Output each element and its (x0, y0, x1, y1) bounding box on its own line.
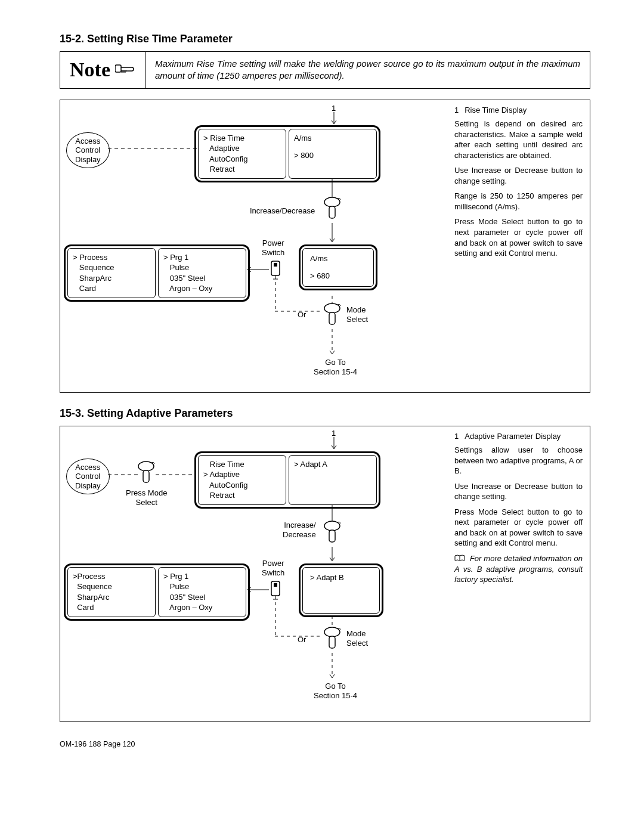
display-panel-1: > Rise Time Adaptive AutoConfig Retract … (194, 125, 380, 182)
display-panel-3: > Adapt B (299, 563, 383, 617)
callout-number: 1 (332, 104, 336, 113)
svg-rect-8 (274, 263, 277, 267)
note-text: Maximum Rise Time setting will make the … (145, 52, 590, 88)
svg-rect-5 (329, 206, 335, 218)
panel1-right: > Adapt A (289, 455, 377, 505)
knob-inc-dec-icon (323, 197, 342, 225)
access-control-display-oval: Access Control Display (66, 459, 110, 495)
svg-point-18 (138, 462, 154, 471)
or-label: Or (298, 635, 306, 645)
panel1-left: Rise Time > Adaptive AutoConfig Retract (198, 455, 286, 505)
knob-mode-select-icon (323, 303, 342, 331)
diagram-152: 1 Access Control Display > Rise Time Ada… (60, 100, 590, 393)
display-panel-2: >Process Sequence SharpArc Card > Prg 1 … (64, 563, 250, 621)
press-mode-select-label: Press Mode Select (126, 488, 167, 508)
or-label: Or (298, 310, 306, 320)
display-panel-1: Rise Time > Adaptive AutoConfig Retract … (194, 451, 380, 509)
right-text-column: 1Rise Time Display Setting is depend on … (454, 105, 583, 264)
page-footer: OM-196 188 Page 120 (60, 740, 590, 748)
section-title-152: 15-2. Setting Rise Time Parameter (60, 33, 590, 45)
increase-decrease-label: Increase/Decrease (250, 206, 315, 216)
svg-point-4 (324, 197, 340, 207)
svg-rect-0 (115, 65, 121, 72)
panel2-mid: > Prg 1 Pulse 035" Steel Argon – Oxy (158, 248, 246, 298)
section-title-153: 15-3. Setting Adaptive Parameters (60, 407, 590, 420)
goto-label: Go To Section 15-4 (314, 358, 357, 377)
note-box: Note Maximum Rise Time setting will make… (60, 51, 590, 89)
callout-number: 1 (332, 429, 336, 438)
mode-select-label: Mode Select (346, 629, 368, 649)
display-panel-3: A/ms > 680 (299, 244, 377, 290)
right-text-column: 1Adaptive Parameter Display Settings all… (454, 431, 583, 590)
svg-rect-14 (329, 312, 335, 324)
toggle-switch-icon (269, 260, 282, 282)
svg-rect-19 (143, 470, 149, 482)
mode-select-label: Mode Select (346, 305, 368, 325)
knob-inc-dec-icon (323, 521, 342, 549)
panel1-left: > Rise Time Adaptive AutoConfig Retract (198, 129, 286, 179)
svg-point-31 (324, 627, 340, 637)
note-label: Note (70, 58, 110, 81)
hand-point-icon (115, 61, 135, 79)
book-icon (454, 554, 467, 563)
toggle-switch-icon (269, 580, 282, 602)
display-panel-2: > Process Sequence SharpArc Card > Prg 1… (64, 244, 250, 302)
knob-mode-select-icon (323, 627, 342, 655)
knob-press-mode-icon (137, 461, 156, 489)
svg-rect-32 (329, 636, 335, 648)
svg-point-13 (324, 304, 340, 313)
power-switch-label: Power Switch (262, 559, 284, 578)
svg-rect-23 (329, 530, 335, 542)
access-control-display-oval: Access Control Display (66, 132, 110, 169)
power-switch-label: Power Switch (262, 239, 284, 258)
panel2-left: >Process Sequence SharpArc Card (67, 567, 156, 617)
goto-label: Go To Section 15-4 (314, 682, 357, 701)
panel2-left: > Process Sequence SharpArc Card (67, 248, 156, 298)
panel2-mid: > Prg 1 Pulse 035" Steel Argon – Oxy (158, 567, 246, 617)
svg-rect-26 (274, 583, 277, 587)
diagram-153: 1 Access Control Display Press Mode Sele… (60, 426, 590, 722)
panel1-right: A/ms > 800 (289, 129, 377, 179)
increase-decrease-label: Increase/ Decrease (283, 521, 316, 540)
svg-point-22 (324, 521, 340, 531)
